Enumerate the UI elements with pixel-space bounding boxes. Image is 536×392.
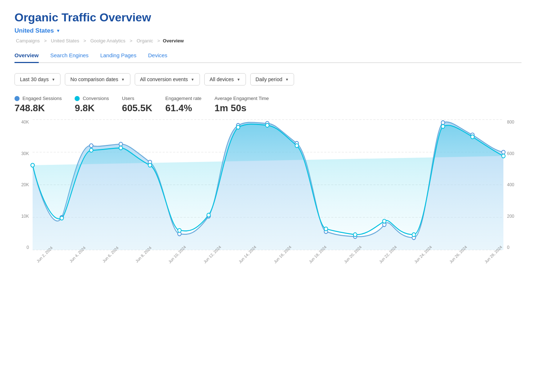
svg-point-19 xyxy=(441,121,445,125)
svg-point-7 xyxy=(89,144,93,148)
svg-point-33 xyxy=(353,233,357,237)
filter-devices-label: All devices xyxy=(210,76,234,82)
breadcrumb: Campaigns > United States > Goolge Analy… xyxy=(14,38,522,43)
breadcrumb-analytics[interactable]: Goolge Analytics xyxy=(91,38,126,43)
svg-point-25 xyxy=(119,146,123,150)
tab-landing-pages[interactable]: Landing Pages xyxy=(100,52,137,63)
legend-avg-engagement-time: Average Engagment Time 1m 50s xyxy=(214,96,269,114)
svg-point-8 xyxy=(119,142,123,146)
filter-period-label: Daily period xyxy=(256,76,282,82)
svg-point-28 xyxy=(207,213,210,217)
filter-comparison[interactable]: No comparison dates ▼ xyxy=(65,73,130,86)
svg-point-31 xyxy=(295,144,299,148)
breadcrumb-sep-3: > xyxy=(130,38,134,43)
engagement-rate-value: 61.4% xyxy=(166,103,202,114)
country-label: United States xyxy=(14,27,54,34)
chart-svg-area xyxy=(33,120,503,250)
chart-container: 40K 30K 20K 10K 0 800 600 400 200 0 xyxy=(14,120,522,272)
y-right-800: 800 xyxy=(507,120,514,125)
filter-conversion-events[interactable]: All conversion events ▼ xyxy=(135,73,200,86)
svg-point-26 xyxy=(148,163,152,167)
y-right-600: 600 xyxy=(507,151,514,156)
conversions-label: Conversions xyxy=(83,96,109,101)
breadcrumb-sep-4: > xyxy=(157,38,161,43)
breadcrumb-country[interactable]: United States xyxy=(51,38,79,43)
breadcrumb-sep-2: > xyxy=(83,38,87,43)
tab-devices[interactable]: Devices xyxy=(148,52,167,63)
engaged-sessions-value: 748.8K xyxy=(14,103,62,114)
y-axis-left: 40K 30K 20K 10K 0 xyxy=(14,120,31,250)
legend-engagement-rate: Engagement rate 61.4% xyxy=(166,96,202,114)
chevron-down-icon: ▼ xyxy=(56,28,60,33)
y-right-200: 200 xyxy=(507,214,514,219)
svg-point-30 xyxy=(265,124,269,128)
svg-point-37 xyxy=(471,135,474,139)
filter-bar: Last 30 days ▼ No comparison dates ▼ All… xyxy=(14,73,522,86)
chevron-down-icon: ▼ xyxy=(285,78,289,82)
chevron-down-icon: ▼ xyxy=(237,78,240,82)
tab-search-engines[interactable]: Search Engines xyxy=(50,52,89,63)
svg-point-22 xyxy=(31,163,34,167)
conversions-value: 9.8K xyxy=(75,103,109,114)
country-selector[interactable]: United States ▼ xyxy=(14,27,522,34)
svg-point-36 xyxy=(441,125,445,129)
breadcrumb-organic[interactable]: Organic xyxy=(137,38,153,43)
filter-devices[interactable]: All devices ▼ xyxy=(204,73,246,86)
avg-engagement-time-value: 1m 50s xyxy=(214,103,269,114)
svg-point-35 xyxy=(412,233,416,237)
y-label-0: 0 xyxy=(26,245,29,250)
y-label-40k: 40K xyxy=(21,120,29,125)
filter-period[interactable]: Daily period ▼ xyxy=(250,73,294,86)
legend-users: Users 605.5K xyxy=(122,96,152,114)
users-value: 605.5K xyxy=(122,103,152,114)
tab-bar: Overview Search Engines Landing Pages De… xyxy=(14,52,522,63)
y-label-10k: 10K xyxy=(21,214,29,219)
filter-conversion-label: All conversion events xyxy=(140,76,188,82)
svg-point-29 xyxy=(236,125,240,129)
svg-point-34 xyxy=(382,219,386,223)
users-label: Users xyxy=(122,96,134,101)
filter-date-range[interactable]: Last 30 days ▼ xyxy=(14,73,60,86)
legend-engaged-sessions: Engaged Sessions 748.8K xyxy=(14,96,62,114)
y-label-20k: 20K xyxy=(21,182,29,187)
y-right-400: 400 xyxy=(507,182,514,187)
svg-point-32 xyxy=(324,227,328,231)
breadcrumb-sep-1: > xyxy=(44,38,48,43)
svg-point-24 xyxy=(89,148,93,152)
chevron-down-icon: ▼ xyxy=(51,78,55,82)
engagement-rate-label: Engagement rate xyxy=(166,96,202,101)
filter-date-range-label: Last 30 days xyxy=(20,76,49,82)
svg-point-21 xyxy=(502,150,505,154)
engaged-sessions-dot xyxy=(14,96,20,101)
svg-point-27 xyxy=(178,229,181,233)
chevron-down-icon: ▼ xyxy=(191,78,194,82)
conversions-dot xyxy=(75,96,80,101)
y-right-0: 0 xyxy=(507,245,510,250)
page-title: Organic Traffic Overview xyxy=(14,11,522,24)
avg-engagement-time-label: Average Engagment Time xyxy=(214,96,269,101)
engaged-sessions-label: Engaged Sessions xyxy=(22,96,62,101)
breadcrumb-campaigns[interactable]: Campaigns xyxy=(16,38,40,43)
chart-legend: Engaged Sessions 748.8K Conversions 9.8K… xyxy=(14,96,522,114)
x-axis: Jun 2, 2024 Jun 4, 2024 Jun 6, 2024 Jun … xyxy=(33,250,503,272)
y-label-30k: 30K xyxy=(21,151,29,156)
breadcrumb-current: Overview xyxy=(163,38,184,43)
chevron-down-icon: ▼ xyxy=(121,78,125,82)
svg-point-38 xyxy=(502,154,505,158)
tab-overview[interactable]: Overview xyxy=(14,52,39,63)
filter-comparison-label: No comparison dates xyxy=(70,76,118,82)
svg-point-23 xyxy=(60,216,64,220)
y-axis-right: 800 600 400 200 0 xyxy=(505,120,522,250)
legend-conversions: Conversions 9.8K xyxy=(75,96,109,114)
